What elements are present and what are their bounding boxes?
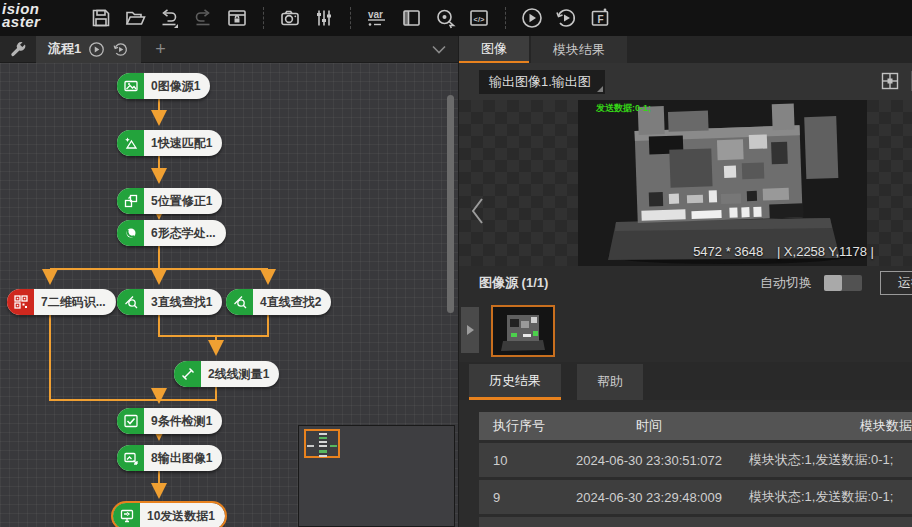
cell-time: 2024-06-30 23:29:46:651 — [561, 517, 737, 527]
cell-seq: 8 — [479, 517, 561, 527]
redo-icon[interactable] — [186, 3, 220, 33]
target-run-icon[interactable] — [428, 3, 462, 33]
position-fix-icon — [117, 188, 144, 214]
flowchart-canvas[interactable]: 0图像源1 1快速匹配1 5位置修正1 — [0, 63, 458, 527]
undo-icon[interactable] — [152, 3, 186, 33]
flow-node[interactable]: 5位置修正1 — [117, 188, 222, 214]
history-tabs: 历史结果 帮助 — [459, 362, 912, 400]
run-flow-continuous-icon[interactable] — [112, 41, 129, 58]
lock-window-icon[interactable] — [220, 3, 254, 33]
table-header-row: 执行序号 时间 模块数据 — [479, 412, 912, 440]
cursor-coordinates: | X,2258 Y,1178 | — [777, 244, 874, 259]
table-row[interactable]: 10 2024-06-30 23:30:51:072 模块状态:1,发送数据:0… — [479, 443, 912, 477]
flow-node-label: 7二维码识... — [34, 289, 116, 315]
qr-code-icon — [7, 289, 34, 315]
image-source-dropdown[interactable]: 输出图像1.输出图 — [479, 70, 605, 94]
expand-thumbnails-button[interactable] — [461, 307, 479, 353]
flow-node[interactable]: 2线线测量1 — [174, 361, 279, 387]
image-source-bar: 图像源 (1/1) 自动切换 运行 — [459, 266, 912, 300]
run-continuous-icon[interactable] — [549, 3, 583, 33]
camera-icon[interactable] — [273, 3, 307, 33]
wrench-icon[interactable] — [0, 40, 36, 58]
image-resolution: 5472 * 3648 — [693, 244, 763, 259]
flow-tab-label: 流程1 — [48, 40, 81, 58]
minimap-viewport[interactable] — [304, 429, 340, 458]
cell-time: 2024-06-30 23:30:51:072 — [561, 443, 737, 477]
thumbnail-strip — [459, 300, 912, 362]
tab-image[interactable]: 图像 — [459, 36, 529, 63]
run-once-icon[interactable] — [515, 3, 549, 33]
flow-node-label: 2线线测量1 — [201, 361, 279, 387]
table-row[interactable]: 8 2024-06-30 23:29:46:651 模块状态:1,发送数据:0-… — [479, 517, 912, 527]
flow-node[interactable]: 4直线查找2 — [226, 289, 331, 315]
line-measure-icon — [174, 361, 201, 387]
flow-node-label: 10发送数据1 — [140, 503, 225, 527]
flow-node-label: 9条件检测1 — [144, 408, 222, 434]
flow-node-label: 0图像源1 — [144, 73, 210, 99]
tab-help[interactable]: 帮助 — [577, 364, 643, 400]
auto-switch-toggle[interactable] — [824, 275, 862, 291]
flow-node[interactable]: 0图像源1 — [117, 73, 210, 99]
line-find-icon — [226, 289, 253, 315]
flow-node-label: 6形态学处... — [144, 220, 226, 246]
flow-node[interactable]: 9条件检测1 — [117, 408, 222, 434]
chevron-down-icon[interactable] — [432, 45, 446, 54]
col-header-data: 模块数据 — [737, 412, 912, 440]
flow-node[interactable]: 7二维码识... — [7, 289, 116, 315]
image-viewport[interactable]: 发送数据:0-1; 5472 * 3648 | X,2258 Y,1178 | — [459, 100, 912, 266]
viewer-tabs: 图像 模块结果 — [459, 36, 912, 63]
flow-node[interactable]: 3直线查找1 — [117, 289, 222, 315]
output-image-icon — [117, 445, 144, 471]
main-toolbar: ision aster — [0, 0, 912, 36]
function-window-icon[interactable]: F — [583, 3, 617, 33]
auto-switch-label: 自动切换 — [760, 274, 812, 292]
history-table: 执行序号 时间 模块数据 10 2024-06-30 23:30:51:072 … — [479, 412, 912, 527]
run-button[interactable]: 运行 — [880, 271, 912, 295]
var-icon-label: var — [368, 9, 383, 20]
toggle-knob — [824, 275, 842, 291]
fit-view-icon[interactable] — [880, 71, 900, 91]
settings-sliders-icon[interactable] — [307, 3, 341, 33]
line-find-icon — [117, 289, 144, 315]
f-icon-label: F — [598, 14, 604, 25]
tab-history-results[interactable]: 历史结果 — [469, 364, 561, 400]
image-source-label: 图像源 (1/1) — [479, 274, 548, 292]
cell-seq: 10 — [479, 443, 561, 477]
book-pages-icon[interactable] — [394, 3, 428, 33]
toolbar-divider — [505, 7, 515, 29]
flowchart-scrollbar[interactable] — [447, 95, 454, 313]
table-row[interactable]: 9 2024-06-30 23:29:48:009 模块状态:1,发送数据:0-… — [479, 480, 912, 514]
save-icon[interactable] — [84, 3, 118, 33]
col-header-seq: 执行序号 — [479, 412, 561, 440]
col-header-time: 时间 — [561, 412, 737, 440]
flowchart-minimap[interactable] — [298, 425, 455, 527]
flow-node-label: 5位置修正1 — [144, 188, 222, 214]
open-folder-icon[interactable] — [118, 3, 152, 33]
tab-module-result[interactable]: 模块结果 — [531, 36, 627, 63]
add-flow-button[interactable]: + — [141, 39, 180, 60]
viewer-toolbar: 输出图像1.输出图 — [459, 63, 912, 100]
code-window-icon[interactable]: </> — [462, 3, 496, 33]
result-panel: 图像 模块结果 输出图像1.输出图 — [458, 36, 912, 527]
flow-node[interactable]: 6形态学处... — [117, 220, 226, 246]
send-data-icon — [113, 503, 140, 527]
variable-icon[interactable]: var — [360, 3, 394, 33]
cell-data: 模块状态:1,发送数据:0-1; — [737, 443, 912, 477]
cell-time: 2024-06-30 23:29:48:009 — [561, 480, 737, 514]
logo-line2: aster — [2, 15, 84, 28]
flow-node-selected[interactable]: 10发送数据1 — [113, 503, 225, 527]
condition-check-icon — [117, 408, 144, 434]
app-logo: ision aster — [0, 2, 84, 28]
cell-data: 模块状态:1,发送数据:0-1; — [737, 517, 912, 527]
flow-node[interactable]: 1快速匹配1 — [117, 130, 222, 156]
tab-flow1[interactable]: 流程1 — [36, 36, 141, 63]
chevron-left-icon[interactable] — [469, 196, 485, 226]
run-flow-icon[interactable] — [88, 41, 105, 58]
image-overlay-text: 发送数据:0-1; — [596, 102, 651, 115]
cell-seq: 9 — [479, 480, 561, 514]
image-thumbnail-selected[interactable] — [491, 305, 555, 357]
image-source-icon — [117, 73, 144, 99]
flow-node-label: 8输出图像1 — [144, 445, 222, 471]
image-info: 5472 * 3648 | X,2258 Y,1178 | — [683, 244, 874, 259]
flow-node[interactable]: 8输出图像1 — [117, 445, 222, 471]
